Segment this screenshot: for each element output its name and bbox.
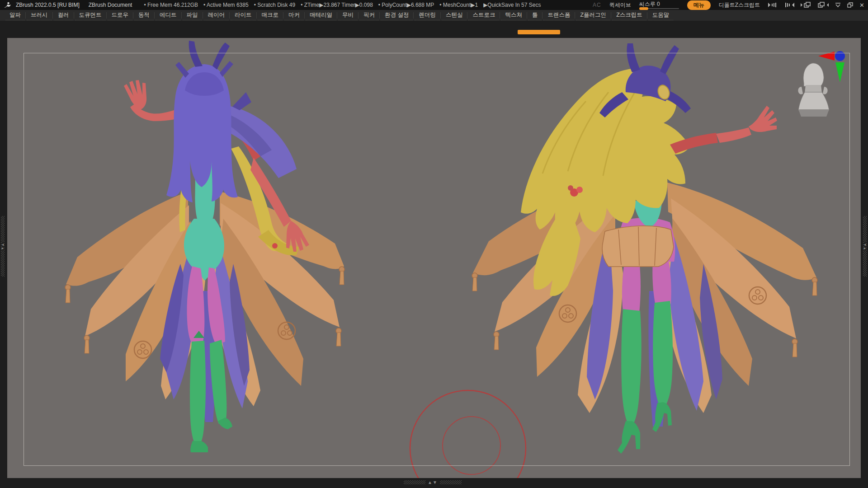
menu-item[interactable]: 매테리얼 — [306, 10, 336, 20]
menu-item[interactable]: 라이트 — [231, 10, 256, 20]
left-tray-divider[interactable]: ◂▸ — [1, 216, 5, 277]
menu-item[interactable]: 트랜스폼 — [543, 10, 574, 20]
expand-ui-right-icon[interactable] — [784, 2, 794, 8]
workspace: ◂▸ ◂▸ ▲▼ — [0, 21, 868, 488]
menu-item[interactable]: 알파 — [5, 10, 25, 20]
model-front-view — [65, 41, 344, 452]
document-horizontal-scrollbar[interactable] — [518, 30, 560, 34]
see-through-track[interactable] — [639, 8, 679, 9]
dock-window-right-icon[interactable] — [818, 2, 829, 8]
bottom-tray-arrows-icon[interactable]: ▲▼ — [428, 480, 438, 485]
stat-item: • Free Mem 46.212GB — [144, 2, 198, 8]
right-tray-divider[interactable]: ◂▸ — [863, 216, 867, 277]
stat-item: • MeshCount▶1 — [439, 2, 478, 8]
document-canvas[interactable] — [7, 38, 861, 478]
close-icon[interactable]: ✕ — [859, 2, 864, 8]
bottom-tray-divider[interactable]: ▲▼ — [404, 480, 462, 485]
menu-item[interactable]: 환경 설정 — [381, 10, 413, 20]
camera-orientation-gizmo — [798, 63, 829, 117]
stat-item: • ZTime▶23.867 Timer▶0.098 — [301, 2, 373, 8]
menu-item[interactable]: 마커 — [284, 10, 304, 20]
stat-item: • Scratch Disk 49 — [254, 2, 296, 8]
menu-item[interactable]: 드로우 — [108, 10, 133, 20]
title-bar: ZBrush 2022.0.5 [RU BIM] ZBrush Document… — [0, 0, 868, 10]
menu-item[interactable]: 스트로크 — [468, 10, 499, 20]
menu-item[interactable]: 에디트 — [156, 10, 181, 20]
stat-item: • PolyCount▶6.688 MP — [378, 2, 434, 8]
menu-item[interactable]: 매크로 — [258, 10, 283, 20]
sculpt-viewport — [7, 38, 861, 478]
titlebar-right-controls: AC 퀵세이브 씨스루 0 메뉴 디폴트Z스크립트 — [593, 0, 864, 10]
default-zscript-button[interactable]: 디폴트Z스크립트 — [719, 1, 760, 9]
menu-item[interactable]: 컬러 — [54, 10, 73, 20]
menu-item[interactable]: 도큐먼트 — [75, 10, 106, 20]
document-title: ZBrush Document — [89, 2, 132, 8]
menu-button[interactable]: 메뉴 — [687, 0, 711, 10]
minimize-icon[interactable] — [835, 3, 841, 8]
menu-bar: 알파브러시컬러도큐먼트드로우동적에디트파일레이어라이트매크로마커매테리얼무비픽커… — [0, 10, 868, 21]
red-circle-guides — [410, 390, 526, 478]
menu-item[interactable]: 스텐실 — [442, 10, 467, 20]
quicksave-button[interactable]: 퀵세이브 — [609, 1, 631, 9]
axis-x-red — [818, 52, 835, 61]
menu-item[interactable]: 픽커 — [359, 10, 379, 20]
zbrush-window: { "titlebar": { "app_title": "ZBrush 202… — [0, 0, 868, 488]
axis-y-green — [835, 62, 844, 82]
right-tray-arrows-icon[interactable]: ◂▸ — [864, 242, 866, 251]
menu-item[interactable]: 동적 — [134, 10, 154, 20]
axis-z-blue — [835, 51, 845, 61]
left-tray-arrows-icon[interactable]: ◂▸ — [2, 242, 4, 251]
model-back-view — [472, 43, 817, 454]
menu-item[interactable]: 레이어 — [204, 10, 229, 20]
menu-item[interactable]: 렌더링 — [415, 10, 440, 20]
menu-item[interactable]: 도움말 — [648, 10, 674, 20]
bottom-tray-strip-left[interactable] — [404, 480, 425, 484]
see-through-slider[interactable]: 씨스루 0 — [639, 2, 679, 9]
menu-item[interactable]: 무비 — [338, 10, 358, 20]
restore-window-icon[interactable] — [847, 2, 853, 8]
ac-indicator: AC — [593, 2, 601, 8]
dock-window-left-icon[interactable] — [801, 2, 811, 8]
menu-item[interactable]: 툴 — [528, 10, 542, 20]
menu-item[interactable]: 브러시 — [27, 10, 52, 20]
stat-item: • Active Mem 6385 — [203, 2, 249, 8]
status-stats: • Free Mem 46.212GB• Active Mem 6385• Sc… — [144, 2, 541, 8]
menu-item[interactable]: 텍스쳐 — [501, 10, 526, 20]
menu-item[interactable]: 파일 — [183, 10, 202, 20]
stat-item: ▶QuickSave In 57 Secs — [483, 2, 541, 8]
see-through-label: 씨스루 0 — [639, 2, 660, 7]
hair-tie-red — [272, 243, 278, 249]
shrink-ui-left-icon[interactable] — [768, 2, 778, 8]
window-icons: ✕ — [768, 2, 864, 8]
bottom-tray-strip-right[interactable] — [440, 480, 462, 484]
menu-item[interactable]: Z플러그인 — [576, 10, 610, 20]
zbrush-logo-icon — [4, 2, 11, 9]
app-title: ZBrush 2022.0.5 [RU BIM] — [16, 2, 80, 8]
menu-item[interactable]: Z스크립트 — [612, 10, 646, 20]
